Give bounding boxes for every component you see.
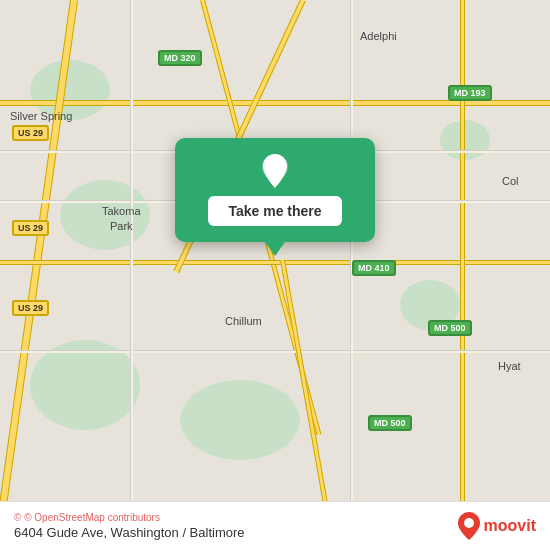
moovit-text: moovit: [484, 517, 536, 535]
bottom-bar: © © OpenStreetMap contributors 6404 Gude…: [0, 501, 550, 550]
bottom-left-info: © © OpenStreetMap contributors 6404 Gude…: [14, 512, 245, 540]
osm-credit: © © OpenStreetMap contributors: [14, 512, 245, 523]
popup-card: Take me there: [175, 138, 375, 242]
minor-road-3: [0, 350, 550, 353]
take-me-there-button[interactable]: Take me there: [208, 196, 341, 226]
minor-road-v1: [130, 0, 133, 500]
park-area-6: [30, 340, 140, 430]
park-area-1: [180, 380, 300, 460]
moovit-pin-icon: [458, 512, 480, 540]
park-area-3: [400, 280, 460, 330]
location-pin-icon: [257, 152, 293, 188]
highway-v1: [460, 0, 465, 550]
major-road-h2: [0, 260, 550, 265]
svg-point-2: [464, 518, 474, 528]
address-text: 6404 Gude Ave, Washington / Baltimore: [14, 525, 245, 540]
major-road-h1: [0, 100, 550, 106]
park-area-4: [60, 180, 150, 250]
park-area-2: [30, 60, 110, 120]
minor-road-v2: [350, 0, 353, 500]
map-container: Silver Spring Adelphi Takoma Park Chillu…: [0, 0, 550, 550]
park-area-5: [440, 120, 490, 160]
moovit-logo: moovit: [458, 512, 536, 540]
